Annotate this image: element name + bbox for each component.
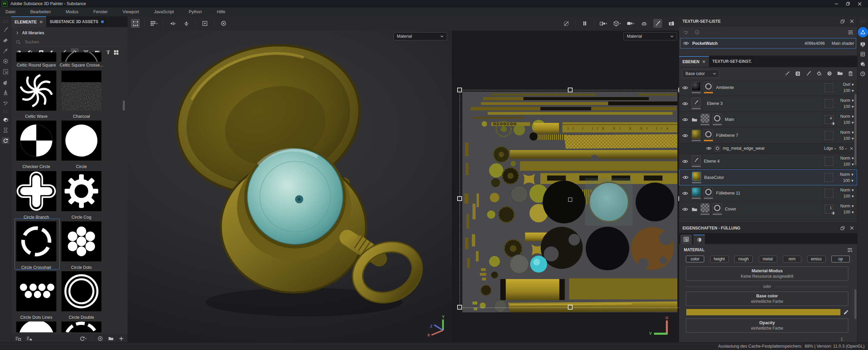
shelf-scrollbar[interactable] [123,100,125,111]
layer-row-main[interactable]: Main 4 Norm ▾ 100 ▾ [679,112,857,128]
shelf-item-label[interactable]: Celtic Wave [14,114,59,119]
shelf-view-grid-icon[interactable] [112,48,120,56]
layer-row-ambiente[interactable]: Ambiente Ovrl ▾ 100 ▾ [679,80,857,96]
shelf-item-thumb-circle-double[interactable] [61,271,101,311]
blend-mode-dropdown[interactable]: Norm ▾ [840,172,853,177]
search-input[interactable] [24,39,110,45]
layer-mask-thumbnail[interactable] [713,114,722,123]
tab-properties-sliders[interactable] [680,235,692,244]
layer-mask-thumbnail[interactable] [704,130,713,139]
polygon-fill-tool-icon[interactable] [2,58,9,65]
filter-text-icon[interactable]: T [104,48,112,56]
viewport3d-shading-dropdown[interactable]: Material [393,32,447,40]
layer-mask-thumbnail[interactable] [704,82,713,91]
base-color-swatch[interactable] [686,309,841,316]
undock-panel-icon[interactable] [841,226,845,230]
material-options-icon[interactable] [847,248,852,252]
eye-icon[interactable] [683,41,689,45]
channel-color[interactable]: color [686,256,704,262]
shader-settings-icon[interactable] [860,61,865,67]
layer-anchor-slot[interactable]: 1 [825,205,833,214]
tab-close-icon[interactable]: ✕ [39,20,43,24]
menu-fenster[interactable]: Fenster [93,10,108,14]
selection-handle-top-middle[interactable] [568,88,573,92]
restore-button[interactable] [842,0,854,7]
shelf-item-label[interactable]: Circle Crosshair [14,265,59,270]
tab-textur-set-einst[interactable]: TEXTUR-SET-EINST. [709,56,755,67]
layer-anchor-slot[interactable]: 4 [825,115,833,124]
shelf-refresh-icon[interactable]: ▾ [80,336,86,341]
eye-icon[interactable] [682,118,689,122]
symmetry-off-icon[interactable] [562,19,571,28]
minimize-button[interactable] [831,0,842,7]
shelf-item-thumb-circle-dots[interactable] [61,221,101,261]
info-icon[interactable] [695,30,699,35]
opacity-dropdown[interactable]: 100 ▾ [843,178,853,183]
shelf-add-icon[interactable] [119,336,123,341]
menu-bearbeiten[interactable]: Bearbeiten [30,10,51,14]
eraser-tool-icon[interactable] [2,37,9,43]
menu-hilfe[interactable]: Hilfe [217,10,225,14]
clone-tool-icon[interactable] [2,89,9,96]
opacity-dropdown[interactable]: 100 ▾ [844,136,854,141]
shelf-item-thumb-checker-circle[interactable] [16,121,56,161]
effect-value-dropdown[interactable]: 55 ▾ [839,146,847,151]
transform-gizmo-icon[interactable] [131,19,140,28]
paint-tool-icon[interactable] [2,26,9,33]
layer-thumbnail[interactable] [692,187,701,197]
layer-thumbnail[interactable] [700,203,710,213]
library-breadcrumb[interactable]: All libraries [16,31,44,35]
opacity-dropdown[interactable]: 100 ▾ [844,162,854,167]
add-effect-icon[interactable] [826,71,833,76]
opacity-dropdown[interactable]: 100 ▾ [844,194,854,199]
tab-elemente[interactable]: ELEMENTE ✕ [11,16,46,27]
camera-view-icon[interactable]: ▾ [626,19,635,28]
shelf-item-thumb-charcoal[interactable] [61,71,101,111]
eyedropper-icon[interactable] [844,310,848,315]
shelf-item-thumb[interactable] [61,52,101,62]
list-options-icon[interactable] [848,30,853,35]
channel-op[interactable]: op [831,256,850,262]
channel-metal[interactable]: metal [759,256,777,262]
eye-icon[interactable] [706,147,712,150]
close-panel-icon[interactable] [850,226,854,230]
paint-mode-icon[interactable] [653,19,662,28]
shelf-item-thumb-circle[interactable] [61,121,101,161]
selection-handle-left-middle[interactable] [457,196,462,201]
channel-rough[interactable]: rough [734,256,753,262]
eye-icon[interactable] [682,102,689,106]
layer-thumbnail[interactable] [692,155,701,165]
effect-mask-icon[interactable] [714,146,720,151]
blend-mode-dropdown[interactable]: Ovrl ▾ [843,82,854,87]
selection-handle-bottom-middle[interactable] [568,305,573,310]
pause-engine-icon[interactable] [580,19,589,28]
layer-row-fuellebene-11[interactable]: Füllebene 11 Norm ▾ 100 ▾ [679,185,857,201]
layer-thumbnail[interactable] [692,82,701,91]
shelf-item-label[interactable]: Circle Dots [59,265,104,270]
blend-mode-dropdown[interactable]: Norm ▾ [840,130,854,135]
shelf-item-thumb[interactable] [16,321,56,332]
shelf-item-label[interactable]: Charcoal [59,114,104,119]
add-fill-layer-icon[interactable] [815,71,822,76]
export-textures-icon[interactable] [2,116,9,123]
geometry-select-tool-icon[interactable] [2,68,9,75]
layer-row-cover[interactable]: Cover 1 Norm ▾ 100 ▾ [679,201,857,217]
opacity-box[interactable]: Opacity einheitliche Farbe [686,318,848,333]
reset-view-icon[interactable] [219,19,228,28]
effect-mode-dropdown[interactable]: Ldge ▾ [824,146,836,151]
eye-icon[interactable] [682,86,689,90]
add-paint-layer-icon[interactable] [805,71,812,76]
close-button[interactable] [854,0,865,7]
channel-height[interactable]: height [710,256,729,262]
shelf-item-thumb[interactable] [16,52,56,62]
share-export-button[interactable] [858,27,868,37]
shelf-item-label[interactable]: Checker Circle [14,164,59,169]
undock-panel-icon[interactable] [841,19,845,23]
channel-emiss[interactable]: emiss [807,256,826,262]
shelf-cancel-icon[interactable] [98,336,103,341]
layer-thumbnail[interactable] [700,114,710,123]
layer-anchor-slot[interactable] [825,83,833,92]
selection-handle-bottom-left[interactable] [457,305,462,310]
blend-mode-dropdown[interactable]: Norm ▾ [840,188,854,192]
layer-anchor-slot[interactable] [824,173,833,182]
